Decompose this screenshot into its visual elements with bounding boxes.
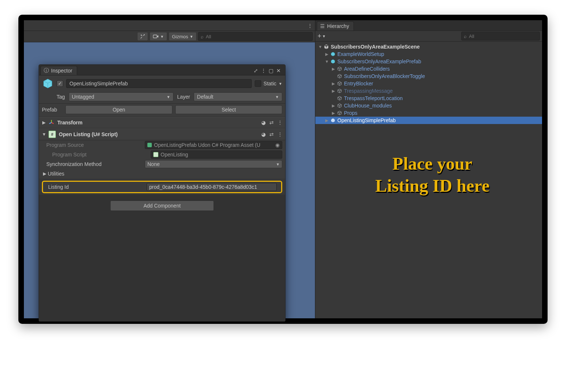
tools-icon[interactable] — [137, 32, 148, 41]
search-icon: ⌕ — [464, 33, 467, 39]
gameobject-cube-icon — [337, 96, 343, 101]
fold-icon[interactable]: ▶ — [331, 103, 335, 108]
listing-id-field[interactable]: prod_0ca47448-ba3d-45b0-879c-4276a8d03c1 — [147, 183, 277, 191]
hierarchy-node-label: ExampleWorldSetup — [337, 51, 384, 57]
static-toggle[interactable]: Static ▼ — [255, 80, 282, 87]
utilities-label: Utilities — [48, 171, 64, 177]
hierarchy-node-label: ClubHouse_modules — [344, 103, 392, 109]
program-script-field[interactable]: OpenListing — [151, 151, 282, 159]
fold-icon[interactable]: ▼ — [318, 45, 322, 49]
kebab-icon[interactable]: ⋮ — [308, 23, 312, 28]
help-icon[interactable]: ◕ — [261, 120, 266, 125]
fold-icon[interactable]: ▶ — [331, 89, 335, 93]
hierarchy-node-label: SubscribersOnlyAreaBlockerToggle — [344, 73, 425, 79]
hierarchy-node[interactable]: ▶ExampleWorldSetup — [315, 50, 542, 58]
screenshot-frame: ⋮ ▼ Gizmos ▼ ⌕ All — [18, 15, 548, 324]
unity-editor: ⋮ ▼ Gizmos ▼ ⌕ All — [24, 20, 542, 318]
kebab-icon[interactable]: ⋮ — [277, 120, 282, 125]
gameobject-cube-icon — [337, 66, 343, 71]
hierarchy-node[interactable]: ▶ClubHouse_modules — [315, 102, 542, 109]
hierarchy-tab-label: Hierarchy — [327, 23, 349, 29]
hierarchy-icon: ☰ — [320, 23, 325, 29]
fold-icon[interactable]: ▼ — [325, 59, 329, 64]
fold-icon: ▶ — [42, 120, 46, 125]
utilities-row[interactable]: ▶ Utilities — [39, 169, 285, 178]
lock-icon[interactable]: ⤢ — [254, 68, 258, 74]
scene-viewport[interactable]: ⓘ Inspector ⤢ ⋮ ▢ ✕ — [24, 42, 315, 318]
openlisting-header[interactable]: ▼ # Open Listing (U# Script) ◕ ⇄ ⋮ — [39, 128, 285, 140]
info-icon: ⓘ — [44, 67, 49, 74]
hierarchy-node[interactable]: ▶AreaDefineColliders — [315, 65, 542, 72]
hierarchy-node[interactable]: ▶TrespassTeleportLocation — [315, 95, 542, 102]
search-icon: ⌕ — [201, 34, 204, 39]
transform-title: Transform — [57, 120, 258, 125]
object-name-field[interactable]: OpenListingSimplePrefab — [66, 79, 252, 88]
listing-id-label: Listing Id — [48, 184, 144, 190]
program-source-value: OpenListingPrefab Udon C# Program Asset … — [154, 142, 260, 148]
prefab-open-label: Open — [112, 107, 125, 113]
active-checkbox[interactable]: ✓ — [57, 80, 63, 87]
camera-dropdown[interactable]: ▼ — [150, 32, 167, 41]
fold-icon[interactable]: ▶ — [325, 118, 329, 123]
hierarchy-node[interactable]: ▶TrespassingMessage — [315, 87, 542, 95]
program-script-label: Program Script — [46, 152, 148, 158]
preset-icon[interactable]: ⇄ — [269, 120, 274, 125]
inspector-tabbar: ⓘ Inspector ⤢ ⋮ ▢ ✕ — [39, 65, 285, 75]
inspector-tab[interactable]: ⓘ Inspector — [40, 66, 77, 75]
static-checkbox[interactable] — [255, 80, 261, 87]
caret-down-icon: ▼ — [275, 95, 279, 99]
create-dropdown[interactable]: + ▼ — [318, 33, 326, 39]
hierarchy-tab[interactable]: ☰ Hierarchy — [317, 21, 354, 31]
hierarchy-node-selected[interactable]: ▶OpenListingSimplePrefab — [315, 117, 542, 124]
kebab-icon[interactable]: ⋮ — [277, 131, 282, 137]
hierarchy-search[interactable]: ⌕ All — [461, 32, 540, 40]
scene-search[interactable]: ⌕ All — [198, 32, 313, 41]
prefab-label: Prefab — [42, 107, 62, 113]
layer-label: Layer — [177, 94, 190, 100]
close-icon[interactable]: ✕ — [276, 68, 281, 74]
object-picker-icon[interactable]: ◉ — [275, 142, 280, 148]
preset-icon[interactable]: ⇄ — [269, 131, 274, 137]
plus-icon: + — [318, 33, 322, 39]
fold-icon: ▶ — [43, 171, 46, 176]
tag-dropdown[interactable]: Untagged ▼ — [69, 92, 173, 101]
transform-header[interactable]: ▶ Transform ◕ ⇄ ⋮ — [39, 117, 285, 128]
program-source-row: Program Source OpenListingPrefab Udon C#… — [39, 140, 285, 150]
prefab-select-button[interactable]: Select — [175, 105, 282, 114]
caret-down-icon: ▼ — [160, 35, 164, 39]
fold-icon[interactable]: ▶ — [325, 52, 329, 57]
kebab-icon[interactable]: ⋮ — [261, 68, 266, 74]
layer-dropdown[interactable]: Default ▼ — [194, 92, 282, 101]
hierarchy-node-label: EntryBlocker — [344, 81, 373, 86]
sync-method-dropdown[interactable]: None ▼ — [145, 160, 282, 168]
hierarchy-node[interactable]: ▶EntryBlocker — [315, 80, 542, 87]
program-source-field[interactable]: OpenListingPrefab Udon C# Program Asset … — [145, 141, 282, 149]
fold-icon[interactable]: ▶ — [331, 81, 335, 86]
sync-method-value: None — [147, 161, 159, 167]
hierarchy-node[interactable]: ▼SubscribersOnlyAreaExampleScene — [315, 43, 542, 50]
fold-icon[interactable]: ▶ — [331, 67, 335, 71]
hierarchy-tree[interactable]: ▼SubscribersOnlyAreaExampleScene▶Example… — [315, 42, 542, 318]
add-component-button[interactable]: Add Component — [110, 201, 214, 211]
layer-value: Default — [197, 94, 213, 100]
asset-icon — [147, 143, 152, 147]
hierarchy-node[interactable]: ▶SubscribersOnlyAreaBlockerToggle — [315, 72, 542, 80]
program-script-value: OpenListing — [161, 152, 188, 158]
prefab-open-button[interactable]: Open — [65, 105, 172, 114]
hierarchy-node[interactable]: ▼SubscribersOnlyAreaExamplePrefab — [315, 58, 542, 65]
hierarchy-node[interactable]: ▶Props — [315, 109, 542, 117]
program-script-row: Program Script OpenListing — [39, 150, 285, 159]
listing-id-value: prod_0ca47448-ba3d-45b0-879c-4276a8d03c1 — [149, 184, 257, 190]
fold-icon[interactable]: ▶ — [331, 111, 335, 116]
static-label: Static — [263, 81, 276, 86]
caret-down-icon: ▼ — [276, 162, 280, 166]
openlisting-title: Open Listing (U# Script) — [59, 131, 258, 137]
inspector-window-controls: ⤢ ⋮ ▢ ✕ — [254, 68, 283, 75]
gizmos-dropdown[interactable]: Gizmos ▼ — [169, 32, 197, 41]
inspector-footer: Add Component — [39, 195, 285, 321]
help-icon[interactable]: ◕ — [261, 131, 266, 137]
add-component-label: Add Component — [143, 203, 180, 209]
maximize-icon[interactable]: ▢ — [269, 68, 273, 74]
prefab-cube-icon — [330, 59, 336, 64]
hierarchy-node-label: TrespassTeleportLocation — [344, 95, 403, 101]
